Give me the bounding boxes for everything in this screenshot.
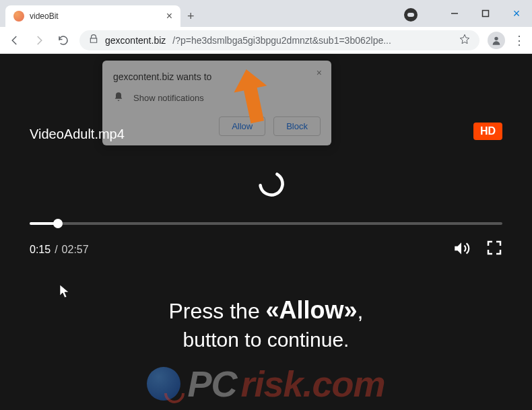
incognito-icon: [404, 8, 418, 22]
block-button[interactable]: Block: [273, 116, 321, 136]
watermark-text-1: PC: [187, 363, 236, 405]
notification-line: Show notifications: [133, 93, 204, 103]
maximize-button[interactable]: [470, 0, 501, 27]
progress-thumb[interactable]: [53, 219, 63, 228]
video-time-display: 0:15 / 02:57: [30, 240, 502, 260]
minimize-button[interactable]: [439, 0, 470, 27]
loading-spinner-icon: [256, 168, 287, 202]
video-progress-bar[interactable]: [30, 222, 502, 225]
notification-permission-popup: × gexcontent.biz wants to Show notificat…: [102, 61, 331, 145]
tab-title: videoBit: [30, 11, 161, 21]
hd-badge: HD: [473, 123, 502, 140]
volume-icon[interactable]: [453, 240, 470, 260]
watermark-logo-icon: [147, 367, 180, 401]
cursor-icon: [59, 284, 71, 302]
forward-button[interactable]: [31, 32, 47, 48]
address-bar[interactable]: gexcontent.biz/?p=he3dsmlbga5gi3bpgu2dmn…: [79, 30, 479, 50]
window-close-button[interactable]: ×: [501, 0, 532, 27]
bell-icon: [113, 92, 124, 104]
msg-allow-word: «Allow»: [266, 296, 358, 324]
msg-line2: button to continue.: [0, 329, 532, 351]
bookmark-star-icon[interactable]: [459, 34, 470, 46]
watermark: PCrisk.com: [0, 363, 532, 405]
close-icon[interactable]: ×: [317, 67, 322, 78]
svg-point-2: [494, 36, 498, 40]
url-path: /?p=he3dsmlbga5gi3bpgu2dmnzt&sub1=3b062l…: [172, 35, 391, 46]
instruction-message: Press the «Allow», button to continue.: [0, 296, 532, 351]
tab-favicon: [13, 11, 24, 22]
fullscreen-icon[interactable]: [486, 240, 502, 260]
reload-button[interactable]: [55, 32, 71, 48]
browser-tab[interactable]: videoBit ×: [5, 5, 180, 27]
menu-button[interactable]: ⋮: [513, 33, 525, 48]
pointer-arrow-icon: [229, 69, 276, 132]
video-duration: 02:57: [62, 244, 89, 256]
browser-tab-strip: videoBit × + ×: [0, 0, 532, 27]
page-content: × gexcontent.biz wants to Show notificat…: [0, 54, 532, 410]
window-controls: ×: [439, 0, 532, 27]
back-button[interactable]: [7, 32, 23, 48]
video-current-time: 0:15: [30, 244, 51, 256]
msg-suffix: ,: [358, 299, 364, 323]
watermark-text-2: risk.com: [240, 363, 385, 405]
notification-title: gexcontent.biz wants to: [113, 71, 321, 82]
msg-prefix: Press the: [169, 299, 266, 323]
new-tab-button[interactable]: +: [187, 9, 195, 24]
lock-icon: [89, 34, 98, 46]
close-icon[interactable]: ×: [166, 11, 172, 22]
url-domain: gexcontent.biz: [105, 35, 166, 46]
profile-button[interactable]: [488, 32, 505, 49]
browser-toolbar: gexcontent.biz/?p=he3dsmlbga5gi3bpgu2dmn…: [0, 27, 532, 54]
svg-point-3: [257, 170, 286, 198]
svg-rect-1: [483, 11, 489, 17]
